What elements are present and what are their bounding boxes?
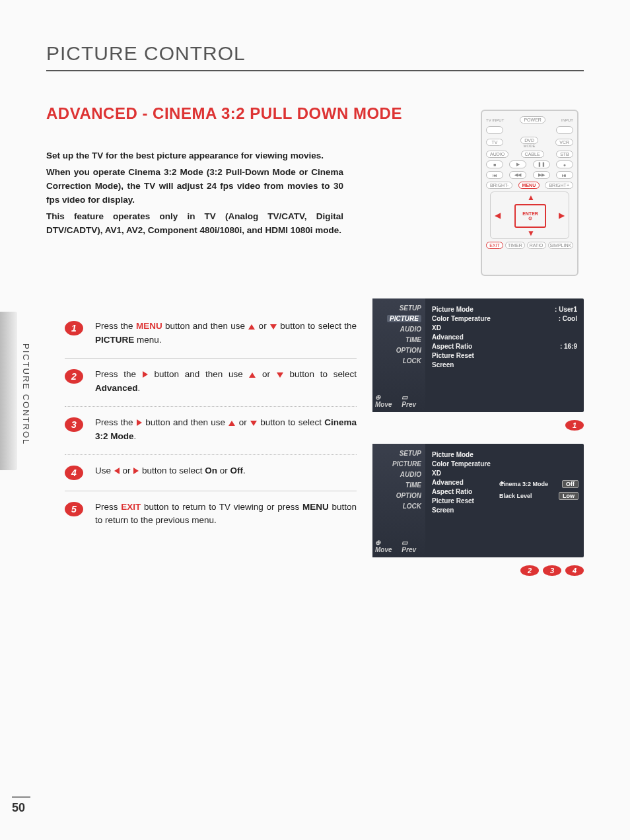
osd2-ref: 2 3 4 — [520, 565, 584, 576]
input-label: INPUT — [561, 118, 573, 122]
step-num-2: 2 — [65, 369, 83, 384]
ratio-button[interactable]: RATIO — [527, 242, 546, 249]
ref-badge-4: 4 — [565, 565, 584, 576]
right-arrow-icon — [143, 371, 148, 378]
osd-side-setup[interactable]: SETUP — [400, 450, 421, 457]
bright-plus-button[interactable]: BRIGHT+ — [545, 182, 573, 189]
left-arrow-icon — [114, 468, 120, 474]
osd-menu-2: SETUP PICTURE AUDIO TIME OPTION LOCK ⊕ M… — [372, 444, 584, 557]
menu-button[interactable]: MENU — [518, 182, 540, 189]
skip-back-button[interactable]: ⏮ — [486, 171, 503, 179]
osd-main: Picture Mode Color Temperature XD Advanc… — [425, 444, 584, 557]
osd-side-time[interactable]: TIME — [405, 336, 421, 343]
down-arrow-icon — [270, 324, 277, 330]
osd-sidebar: SETUP PICTURE AUDIO TIME OPTION LOCK ⊕ M… — [372, 298, 425, 412]
osd-side-option[interactable]: OPTION — [396, 347, 421, 354]
cinema-value: Off — [562, 480, 578, 488]
exit-button[interactable]: EXIT — [486, 242, 503, 249]
osd-side-audio[interactable]: AUDIO — [400, 471, 421, 478]
step-4: 4 Use or button to select On or Off. — [65, 455, 357, 491]
step-num-5: 5 — [65, 502, 83, 516]
osd-side-setup[interactable]: SETUP — [400, 304, 421, 312]
dpad-down-icon[interactable]: ▼ — [527, 228, 535, 238]
ref-badge-1: 1 — [565, 420, 584, 431]
step-1: 1 Press the MENU button and then use or … — [65, 310, 357, 359]
up-arrow-icon — [248, 324, 255, 330]
ref-badge-3: 3 — [543, 565, 561, 576]
step-3-text: Press the button and then use or button … — [95, 416, 357, 444]
osd-side-picture[interactable]: PICTURE — [392, 460, 421, 468]
dvd-button[interactable]: DVD — [520, 137, 538, 144]
dpad: ▲ ▼ ◀ ▶ ENTER⊙ — [490, 192, 569, 239]
up-arrow-icon — [249, 372, 256, 378]
dpad-left-icon[interactable]: ◀ — [495, 211, 501, 220]
osd-sidebar: SETUP PICTURE AUDIO TIME OPTION LOCK ⊕ M… — [372, 444, 425, 557]
remote-control: TV INPUT POWER INPUT TV DVDMODE VCR AUDI… — [481, 110, 578, 276]
stb-button[interactable]: STB — [556, 151, 573, 158]
osd-side-picture[interactable]: PICTURE — [387, 315, 421, 322]
tv-button[interactable]: TV — [486, 139, 503, 146]
power-button[interactable]: POWER — [520, 116, 545, 123]
dpad-up-icon[interactable]: ▲ — [527, 193, 535, 202]
osd-footer: ⊕ Move▭ Prev — [375, 394, 423, 408]
sub-cinema-row[interactable]: Cinema 3:2 Mode Off — [499, 480, 578, 488]
forward-button[interactable]: ▶▶ — [533, 171, 550, 179]
rewind-button[interactable]: ◀◀ — [509, 171, 526, 179]
enter-button[interactable]: ENTER⊙ — [514, 204, 546, 228]
step-5: 5 Press EXIT button to return to TV view… — [65, 491, 357, 539]
osd-side-option[interactable]: OPTION — [396, 492, 421, 499]
intro-p1: Set up the TV for the best picture appea… — [46, 149, 343, 163]
input-button[interactable] — [556, 126, 573, 134]
page-number-rule — [12, 796, 30, 798]
right-arrow-icon — [137, 419, 142, 426]
down-arrow-icon — [250, 421, 257, 426]
step-2: 2 Press the button and then use or butto… — [65, 359, 357, 407]
osd-main: Picture Mode: User1 Color Temperature: C… — [425, 298, 584, 412]
tv-input-button[interactable] — [486, 126, 503, 134]
right-arrow-icon — [133, 468, 139, 474]
intro-p2: When you operate Cinema 3:2 Mode (3:2 Pu… — [46, 166, 343, 207]
intro-text: Set up the TV for the best picture appea… — [46, 149, 343, 238]
page-title: PICTURE CONTROL — [46, 42, 584, 71]
tv-input-label: TV INPUT — [486, 118, 504, 122]
simplink-button[interactable]: SIMPLINK — [548, 242, 573, 249]
page-number: 50 — [12, 801, 25, 815]
step-num-3: 3 — [65, 417, 83, 432]
intro-p3: This feature operates only in TV (Analog… — [46, 210, 343, 238]
audio-button[interactable]: AUDIO — [486, 151, 508, 158]
steps: 1 Press the MENU button and then use or … — [65, 310, 357, 538]
step-2-text: Press the button and then use or button … — [95, 368, 357, 396]
osd-side-lock[interactable]: LOCK — [403, 357, 421, 365]
sub-black-row[interactable]: Black Level Low — [499, 492, 578, 500]
cable-button[interactable]: CABLE — [521, 151, 544, 158]
osd-menu-1: SETUP PICTURE AUDIO TIME OPTION LOCK ⊕ M… — [372, 298, 584, 412]
step-3: 3 Press the button and then use or butto… — [65, 407, 357, 455]
pause-button[interactable]: ❚❚ — [533, 160, 550, 168]
ref-badge-2: 2 — [520, 565, 539, 576]
step-num-4: 4 — [65, 466, 83, 480]
dpad-right-icon[interactable]: ▶ — [559, 211, 565, 220]
step-5-text: Press EXIT button to return to TV viewin… — [95, 501, 357, 528]
step-1-text: Press the MENU button and then use or bu… — [95, 320, 357, 347]
osd-side-time[interactable]: TIME — [405, 481, 421, 489]
osd-side-lock[interactable]: LOCK — [403, 503, 421, 510]
black-level-value: Low — [559, 492, 578, 500]
osd-submenu: Cinema 3:2 Mode Off Black Level Low — [499, 480, 578, 504]
osd-footer: ⊕ Move▭ Prev — [375, 539, 423, 553]
osd1-ref: 1 — [565, 420, 584, 431]
play-button[interactable]: ▶ — [509, 160, 526, 168]
side-tab — [0, 312, 17, 470]
stop-button[interactable]: ■ — [486, 160, 503, 168]
up-arrow-icon — [228, 421, 235, 426]
osd-side-audio[interactable]: AUDIO — [400, 326, 421, 333]
down-arrow-icon — [277, 372, 283, 378]
skip-fwd-button[interactable]: ⏭ — [556, 171, 573, 179]
bright-minus-button[interactable]: BRIGHT- — [486, 182, 512, 189]
step-4-text: Use or button to select On or Off. — [95, 464, 357, 478]
vcr-button[interactable]: VCR — [555, 139, 573, 146]
step-num-1: 1 — [65, 321, 83, 335]
rec-button[interactable]: ● — [556, 160, 573, 168]
side-tab-label: PICTURE CONTROL — [21, 343, 31, 445]
timer-button[interactable]: TIMER — [505, 242, 525, 249]
